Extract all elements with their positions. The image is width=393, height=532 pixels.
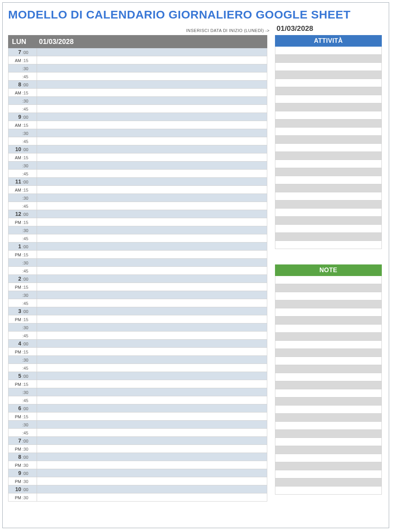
- time-slot[interactable]: 9:00: [8, 113, 267, 121]
- time-slot[interactable]: :45: [8, 105, 267, 113]
- time-slot[interactable]: :30: [8, 97, 267, 105]
- notes-row[interactable]: [275, 325, 381, 333]
- time-slot[interactable]: 8:00: [8, 453, 267, 461]
- time-slot[interactable]: PM:30: [8, 493, 267, 502]
- activity-row[interactable]: [275, 233, 381, 241]
- slot-cell[interactable]: [37, 251, 267, 258]
- time-slot[interactable]: :45: [8, 170, 267, 178]
- time-slot[interactable]: AM:15: [8, 186, 267, 194]
- activity-row[interactable]: [275, 47, 381, 55]
- notes-row[interactable]: [275, 276, 381, 284]
- time-slot[interactable]: 8:00: [8, 81, 267, 89]
- slot-cell[interactable]: [37, 348, 267, 355]
- slot-cell[interactable]: [37, 210, 267, 218]
- time-slot[interactable]: :45: [8, 72, 267, 81]
- activity-row[interactable]: [275, 176, 381, 184]
- slot-cell[interactable]: [37, 340, 267, 347]
- slot-cell[interactable]: [37, 356, 267, 364]
- notes-row[interactable]: [275, 406, 381, 414]
- slot-cell[interactable]: [37, 64, 267, 72]
- slot-cell[interactable]: [37, 186, 267, 194]
- slot-cell[interactable]: [37, 461, 267, 469]
- notes-row[interactable]: [275, 317, 381, 325]
- time-slot[interactable]: PM:30: [8, 445, 267, 453]
- notes-row[interactable]: [275, 300, 381, 308]
- activity-row[interactable]: [275, 200, 381, 209]
- activity-row[interactable]: [275, 71, 381, 79]
- time-slot[interactable]: :30: [8, 129, 267, 137]
- slot-cell[interactable]: [37, 429, 267, 436]
- time-slot[interactable]: :30: [8, 291, 267, 299]
- time-slot[interactable]: :45: [8, 234, 267, 242]
- time-slot[interactable]: 1:00: [8, 242, 267, 251]
- slot-cell[interactable]: [37, 372, 267, 380]
- slot-cell[interactable]: [37, 153, 267, 161]
- activity-row[interactable]: [275, 241, 381, 249]
- notes-row[interactable]: [275, 462, 381, 470]
- slot-cell[interactable]: [37, 364, 267, 372]
- activity-row[interactable]: [275, 225, 381, 233]
- time-slot[interactable]: PM:15: [8, 412, 267, 421]
- slot-cell[interactable]: [37, 178, 267, 185]
- activity-row[interactable]: [275, 184, 381, 192]
- notes-row[interactable]: [275, 446, 381, 454]
- activity-row[interactable]: [275, 103, 381, 111]
- notes-row[interactable]: [275, 349, 381, 357]
- activity-row[interactable]: [275, 87, 381, 95]
- notes-row[interactable]: [275, 454, 381, 462]
- notes-row[interactable]: [275, 487, 381, 495]
- time-slot[interactable]: 11:00: [8, 178, 267, 186]
- time-slot[interactable]: 7:00: [8, 437, 267, 445]
- time-slot[interactable]: :30: [8, 421, 267, 429]
- notes-row[interactable]: [275, 470, 381, 478]
- slot-cell[interactable]: [37, 299, 267, 307]
- notes-row[interactable]: [275, 357, 381, 365]
- slot-cell[interactable]: [37, 121, 267, 129]
- time-slot[interactable]: PM:30: [8, 477, 267, 485]
- slot-cell[interactable]: [37, 445, 267, 453]
- slot-cell[interactable]: [37, 437, 267, 444]
- slot-cell[interactable]: [37, 323, 267, 331]
- slot-cell[interactable]: [37, 453, 267, 461]
- notes-row[interactable]: [275, 414, 381, 422]
- time-slot[interactable]: :30: [8, 388, 267, 396]
- activity-row[interactable]: [275, 160, 381, 168]
- time-slot[interactable]: :30: [8, 194, 267, 202]
- time-slot[interactable]: AM:15: [8, 56, 267, 64]
- slot-cell[interactable]: [37, 162, 267, 169]
- slot-cell[interactable]: [37, 404, 267, 412]
- activity-row[interactable]: [275, 55, 381, 63]
- activity-row[interactable]: [275, 63, 381, 71]
- activity-row[interactable]: [275, 168, 381, 176]
- notes-row[interactable]: [275, 333, 381, 341]
- time-slot[interactable]: 2:00: [8, 275, 267, 283]
- slot-cell[interactable]: [37, 129, 267, 137]
- slot-cell[interactable]: [37, 485, 267, 493]
- slot-cell[interactable]: [37, 170, 267, 177]
- time-slot[interactable]: PM:30: [8, 461, 267, 469]
- time-slot[interactable]: AM:15: [8, 153, 267, 162]
- slot-cell[interactable]: [37, 81, 267, 88]
- slot-cell[interactable]: [37, 412, 267, 420]
- activity-row[interactable]: [275, 152, 381, 160]
- time-slot[interactable]: AM:15: [8, 89, 267, 97]
- time-slot[interactable]: :30: [8, 64, 267, 72]
- slot-cell[interactable]: [37, 477, 267, 485]
- time-slot[interactable]: :45: [8, 299, 267, 307]
- notes-row[interactable]: [275, 381, 381, 389]
- notes-row[interactable]: [275, 341, 381, 349]
- notes-row[interactable]: [275, 389, 381, 397]
- slot-cell[interactable]: [37, 113, 267, 121]
- time-slot[interactable]: :45: [8, 137, 267, 145]
- time-slot[interactable]: 6:00: [8, 404, 267, 412]
- slot-cell[interactable]: [37, 493, 267, 501]
- time-slot[interactable]: PM:15: [8, 251, 267, 259]
- slot-cell[interactable]: [37, 145, 267, 153]
- slot-cell[interactable]: [37, 194, 267, 202]
- notes-row[interactable]: [275, 397, 381, 406]
- time-slot[interactable]: 7:00: [8, 48, 267, 56]
- time-slot[interactable]: PM:15: [8, 348, 267, 356]
- slot-cell[interactable]: [37, 388, 267, 396]
- slot-cell[interactable]: [37, 137, 267, 145]
- slot-cell[interactable]: [37, 469, 267, 477]
